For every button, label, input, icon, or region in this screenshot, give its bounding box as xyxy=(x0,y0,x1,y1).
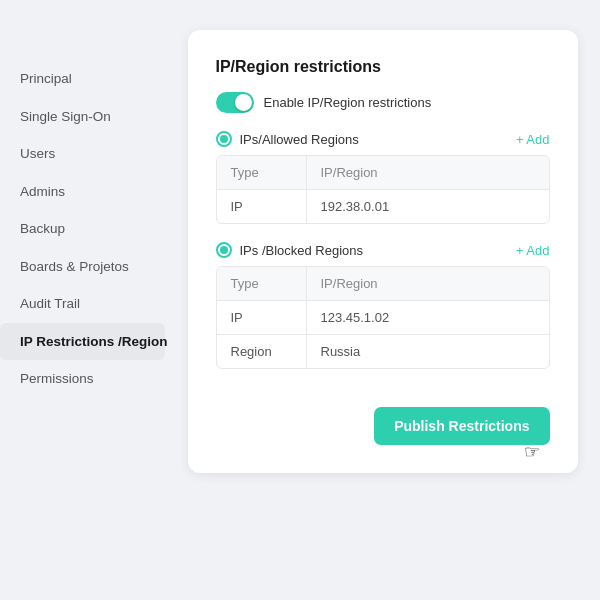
table-row: IP 123.45.1.02 xyxy=(217,300,549,334)
allowed-row0-type: IP xyxy=(217,190,307,223)
toggle-row: Enable IP/Region restrictions xyxy=(216,92,550,113)
blocked-row1-type: Region xyxy=(217,335,307,368)
sidebar-item-ip[interactable]: IP Restrictions /Region xyxy=(0,323,165,361)
table-row: IP 192.38.0.01 xyxy=(217,189,549,223)
blocked-label: IPs /Blocked Regions xyxy=(240,243,364,258)
publish-restrictions-button[interactable]: Publish Restrictions xyxy=(374,407,549,445)
blocked-col-type: Type xyxy=(217,267,307,300)
main-content: IP/Region restrictions Enable IP/Region … xyxy=(165,0,600,600)
blocked-header-left: IPs /Blocked Regions xyxy=(216,242,364,258)
blocked-table: Type IP/Region IP 123.45.1.02 Region Rus… xyxy=(216,266,550,369)
allowed-table: Type IP/Region IP 192.38.0.01 xyxy=(216,155,550,224)
sidebar-item-permissions[interactable]: Permissions xyxy=(0,360,165,398)
sidebar-item-boards[interactable]: Boards & Projetos xyxy=(0,248,165,286)
allowed-label: IPs/Allowed Regions xyxy=(240,132,359,147)
sidebar-item-principal[interactable]: Principal xyxy=(0,60,165,98)
ip-restrictions-card: IP/Region restrictions Enable IP/Region … xyxy=(188,30,578,473)
sidebar-item-audit[interactable]: Audit Trail xyxy=(0,285,165,323)
allowed-col-ip: IP/Region xyxy=(307,156,549,189)
publish-button-area: Publish Restrictions ☞ xyxy=(216,387,550,445)
blocked-add-button[interactable]: + Add xyxy=(516,243,550,258)
sidebar-item-sso[interactable]: Single Sign-On xyxy=(0,98,165,136)
blocked-table-header: Type IP/Region xyxy=(217,267,549,300)
allowed-header-left: IPs/Allowed Regions xyxy=(216,131,359,147)
blocked-row1-ip: Russia xyxy=(307,335,549,368)
allowed-section: IPs/Allowed Regions + Add Type IP/Region… xyxy=(216,131,550,224)
sidebar-item-users[interactable]: Users xyxy=(0,135,165,173)
blocked-row0-ip: 123.45.1.02 xyxy=(307,301,549,334)
allowed-table-header: Type IP/Region xyxy=(217,156,549,189)
sidebar: Principal Single Sign-On Users Admins Ba… xyxy=(0,0,165,600)
blocked-col-ip: IP/Region xyxy=(307,267,549,300)
toggle-label: Enable IP/Region restrictions xyxy=(264,95,432,110)
blocked-section-header: IPs /Blocked Regions + Add xyxy=(216,242,550,258)
allowed-col-type: Type xyxy=(217,156,307,189)
table-row: Region Russia xyxy=(217,334,549,368)
card-title: IP/Region restrictions xyxy=(216,58,550,76)
allowed-row0-ip: 192.38.0.01 xyxy=(307,190,549,223)
ip-toggle[interactable] xyxy=(216,92,254,113)
blocked-section: IPs /Blocked Regions + Add Type IP/Regio… xyxy=(216,242,550,369)
blocked-row0-type: IP xyxy=(217,301,307,334)
allowed-section-header: IPs/Allowed Regions + Add xyxy=(216,131,550,147)
sidebar-item-admins[interactable]: Admins xyxy=(0,173,165,211)
blocked-radio-icon[interactable] xyxy=(216,242,232,258)
sidebar-item-backup[interactable]: Backup xyxy=(0,210,165,248)
allowed-radio-icon[interactable] xyxy=(216,131,232,147)
allowed-add-button[interactable]: + Add xyxy=(516,132,550,147)
